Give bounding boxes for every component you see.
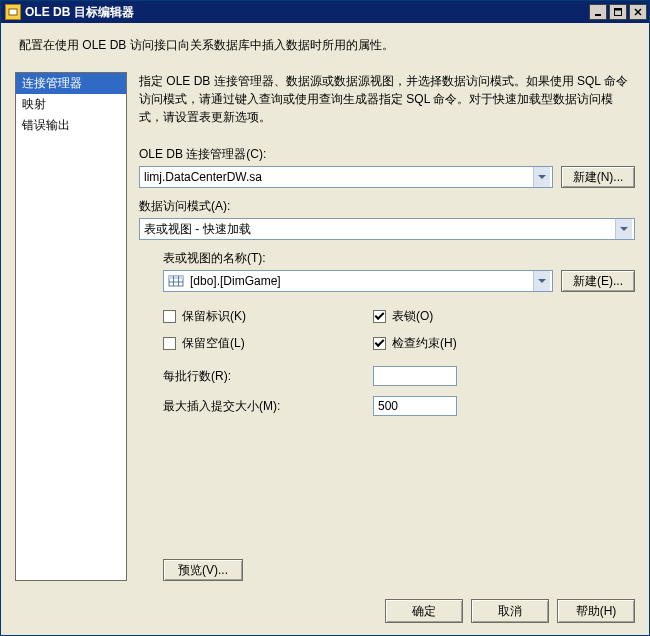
rows-per-batch-label: 每批行数(R): xyxy=(163,368,373,385)
help-button[interactable]: 帮助(H) xyxy=(557,599,635,623)
table-name-value: [dbo].[DimGame] xyxy=(190,274,533,288)
sidebar[interactable]: 连接管理器 映射 错误输出 xyxy=(15,72,127,581)
keep-nulls-label: 保留空值(L) xyxy=(182,335,245,352)
connection-dropdown[interactable]: limj.DataCenterDW.sa xyxy=(139,166,553,188)
keep-identity-checkbox[interactable] xyxy=(163,310,176,323)
dialog-footer: 确定 取消 帮助(H) xyxy=(1,589,649,635)
new-table-button[interactable]: 新建(E)... xyxy=(561,270,635,292)
table-name-dropdown[interactable]: [dbo].[DimGame] xyxy=(163,270,553,292)
keep-nulls-checkbox[interactable] xyxy=(163,337,176,350)
svg-rect-1 xyxy=(595,14,601,16)
connection-value: limj.DataCenterDW.sa xyxy=(144,170,533,184)
svg-rect-7 xyxy=(169,276,183,279)
check-constraints-label: 检查约束(H) xyxy=(392,335,457,352)
rows-per-batch-input[interactable] xyxy=(373,366,457,386)
content-pane: 指定 OLE DB 连接管理器、数据源或数据源视图，并选择数据访问模式。如果使用… xyxy=(139,72,635,581)
sidebar-item-mapping[interactable]: 映射 xyxy=(16,94,126,115)
app-icon xyxy=(5,4,21,20)
new-connection-button[interactable]: 新建(N)... xyxy=(561,166,635,188)
dialog-description: 配置在使用 OLE DB 访问接口向关系数据库中插入数据时所用的属性。 xyxy=(15,37,635,54)
minimize-button[interactable] xyxy=(589,4,607,20)
dialog-window: OLE DB 目标编辑器 配置在使用 OLE DB 访问接口向关系数据库中插入数… xyxy=(0,0,650,636)
table-lock-checkbox[interactable] xyxy=(373,310,386,323)
preview-button[interactable]: 预览(V)... xyxy=(163,559,243,581)
cancel-button[interactable]: 取消 xyxy=(471,599,549,623)
access-mode-value: 表或视图 - 快速加载 xyxy=(144,221,615,238)
instruction-text: 指定 OLE DB 连接管理器、数据源或数据源视图，并选择数据访问模式。如果使用… xyxy=(139,72,635,126)
titlebar: OLE DB 目标编辑器 xyxy=(1,1,649,23)
close-button[interactable] xyxy=(629,4,647,20)
keep-identity-label: 保留标识(K) xyxy=(182,308,246,325)
table-name-label: 表或视图的名称(T): xyxy=(163,250,635,267)
svg-rect-3 xyxy=(615,9,622,11)
ok-button[interactable]: 确定 xyxy=(385,599,463,623)
max-commit-input[interactable]: 500 xyxy=(373,396,457,416)
maximize-button[interactable] xyxy=(609,4,627,20)
access-mode-dropdown[interactable]: 表或视图 - 快速加载 xyxy=(139,218,635,240)
chevron-down-icon xyxy=(615,219,632,239)
connection-label: OLE DB 连接管理器(C): xyxy=(139,146,635,163)
table-icon xyxy=(168,273,184,289)
check-constraints-checkbox[interactable] xyxy=(373,337,386,350)
sidebar-item-error-output[interactable]: 错误输出 xyxy=(16,115,126,136)
chevron-down-icon xyxy=(533,167,550,187)
svg-rect-0 xyxy=(9,9,17,15)
chevron-down-icon xyxy=(533,271,550,291)
max-commit-label: 最大插入提交大小(M): xyxy=(163,398,373,415)
window-title: OLE DB 目标编辑器 xyxy=(25,4,589,21)
access-mode-label: 数据访问模式(A): xyxy=(139,198,635,215)
sidebar-item-connection[interactable]: 连接管理器 xyxy=(16,73,126,94)
table-lock-label: 表锁(O) xyxy=(392,308,433,325)
